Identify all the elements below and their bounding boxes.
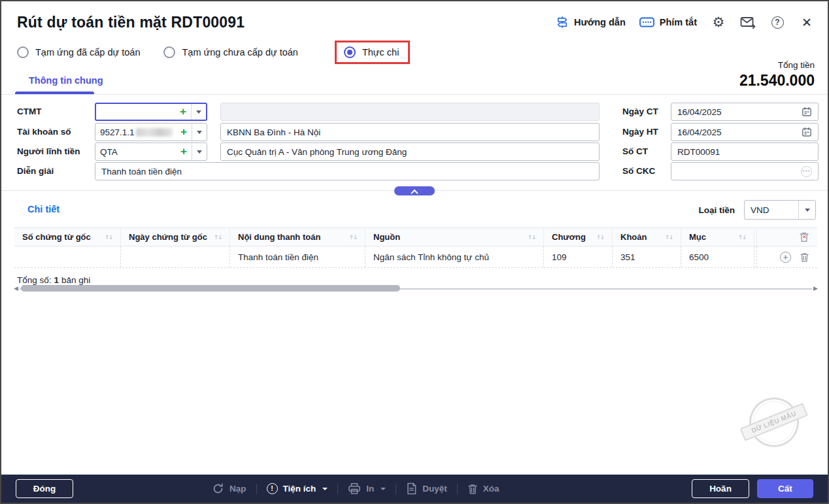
cell-khoan[interactable]: 351	[613, 246, 681, 267]
radio-thuc-chi[interactable]: Thực chi	[344, 46, 399, 58]
cell-noi-dung[interactable]: Thanh toán tiền điện	[230, 246, 365, 267]
radio-icon	[17, 46, 29, 58]
approve-button[interactable]: Duyệt	[406, 482, 447, 495]
ctmt-combo[interactable]: +	[95, 103, 207, 121]
footer-toolbar: Đóng Nạp ! Tiện ích	[1, 475, 828, 503]
sort-icon[interactable]: ↑↓	[528, 234, 535, 241]
calendar-icon[interactable]	[802, 107, 812, 117]
close-form-button[interactable]: Đóng	[16, 479, 73, 498]
shortcut-button[interactable]: Phím tắt	[639, 17, 697, 27]
cell-ngay-chung-tu-goc[interactable]	[121, 246, 230, 267]
chevron-down-icon	[322, 488, 328, 490]
footer-toolbar-center: Nạp ! Tiện ích In	[212, 475, 499, 503]
radio-label: Tạm ứng chưa cấp dự toán	[182, 47, 297, 58]
account-value[interactable]: 9527.1.1	[95, 124, 180, 141]
chevron-up-icon	[411, 189, 418, 196]
save-button[interactable]: Cất	[757, 479, 813, 498]
guide-button[interactable]: Hướng dẫn	[556, 16, 626, 29]
sort-icon[interactable]: ↑↓	[596, 234, 604, 241]
payee-label: Người lĩnh tiền	[17, 143, 90, 161]
tab-thong-tin-chung[interactable]: Thông tin chung	[29, 75, 103, 86]
col-khoan[interactable]: Khoản↑↓	[613, 228, 681, 246]
account-label: Tài khoản số	[17, 123, 90, 141]
collapse-section-button[interactable]	[394, 186, 435, 195]
cell-so-chung-tu-goc[interactable]	[14, 246, 121, 267]
col-so-chung-tu-goc[interactable]: Số chứng từ gốc↑↓	[14, 228, 121, 246]
memo-field[interactable]: Thanh toán tiền điện	[95, 162, 600, 180]
add-icon[interactable]: +	[180, 143, 192, 160]
shortcut-label: Phím tắt	[660, 17, 697, 27]
printer-icon	[348, 482, 361, 495]
cell-nguon[interactable]: Ngân sách Tỉnh không tự chủ	[365, 246, 544, 267]
titlebar: Rút dự toán tiền mặt RDT00091 Hướng dẫn	[17, 10, 815, 34]
utilities-button[interactable]: ! Tiện ích	[267, 483, 328, 494]
radio-tam-ung-chua-cap[interactable]: Tạm ứng chưa cấp dự toán	[163, 46, 297, 58]
radio-tam-ung-da-cap[interactable]: Tạm ứng đã cấp dự toán	[17, 46, 140, 58]
settings-button[interactable]: ⚙	[711, 14, 726, 30]
sort-icon[interactable]: ↑↓	[738, 234, 746, 241]
payee-value[interactable]: QTA	[95, 143, 180, 160]
add-icon[interactable]: +	[180, 104, 191, 120]
trash-icon	[467, 483, 478, 495]
toolbar-separator	[256, 484, 257, 494]
sort-icon[interactable]: ↑↓	[214, 234, 222, 241]
tab-bar: Thông tin chung	[1, 69, 828, 95]
add-row-icon[interactable]: +	[780, 252, 791, 263]
sort-icon[interactable]: ↑↓	[105, 234, 112, 241]
help-button[interactable]: ?	[770, 14, 785, 30]
col-muc[interactable]: Mục↑↓	[681, 228, 754, 246]
payee-name-field[interactable]: Cục Quản trị A - Văn phòng Trung ương Đả…	[220, 143, 600, 161]
currency-dropdown-button[interactable]	[798, 201, 815, 219]
col-noi-dung-thanh-toan[interactable]: Nội dung thanh toán↑↓	[230, 228, 365, 246]
scroll-right-icon[interactable]: ▶	[813, 284, 818, 293]
doc-date-value: 16/04/2025	[677, 107, 722, 117]
sort-icon[interactable]: ↑↓	[665, 234, 673, 241]
scrollbar-thumb[interactable]	[21, 285, 400, 292]
payee-dropdown-button[interactable]	[192, 143, 207, 160]
ckc-field[interactable]: •••	[671, 162, 819, 180]
ctmt-dropdown-button[interactable]	[191, 104, 206, 120]
refresh-button[interactable]: Nạp	[212, 482, 246, 495]
calendar-icon[interactable]	[802, 127, 812, 137]
utilities-icon: !	[267, 483, 278, 494]
voucher-window: Rút dự toán tiền mặt RDT00091 Hướng dẫn	[0, 0, 829, 504]
ctmt-value[interactable]	[96, 104, 180, 120]
chevron-down-icon	[197, 150, 202, 154]
guide-signpost-icon	[556, 16, 569, 29]
account-combo[interactable]: 9527.1.1 +	[95, 123, 207, 141]
close-button[interactable]: ✕	[799, 14, 815, 30]
add-icon[interactable]: +	[180, 124, 192, 141]
currency-value: VND	[745, 201, 798, 219]
account-name-field[interactable]: KBNN Ba Đình - Hà Nội	[220, 123, 600, 141]
stamp-outer-ring	[742, 390, 807, 455]
cell-chuong[interactable]: 109	[544, 246, 613, 267]
mail-send-icon	[740, 16, 756, 29]
account-dropdown-button[interactable]	[192, 124, 207, 141]
doc-date-field[interactable]: 16/04/2025	[671, 103, 819, 121]
table-row[interactable]: Thanh toán tiền điện Ngân sách Tỉnh khôn…	[14, 246, 817, 268]
account-name-value: KBNN Ba Đình - Hà Nội	[227, 127, 320, 137]
send-mail-button[interactable]	[740, 14, 756, 30]
currency-select[interactable]: VND	[744, 200, 816, 220]
delete-all-rows-icon[interactable]: ✕	[799, 231, 809, 243]
ellipsis-picker-icon[interactable]: •••	[801, 166, 812, 177]
delete-row-icon[interactable]	[800, 252, 809, 263]
close-icon: ✕	[802, 16, 812, 29]
scroll-left-icon[interactable]: ◀	[14, 284, 18, 293]
horizontal-scrollbar[interactable]: ◀ ▶	[16, 284, 816, 293]
chevron-down-icon	[805, 209, 810, 212]
radio-label: Tạm ứng đã cấp dự toán	[35, 47, 140, 58]
sort-icon[interactable]: ↑↓	[349, 234, 357, 241]
delete-button[interactable]: Xóa	[467, 483, 499, 495]
cell-muc[interactable]: 6500	[681, 246, 754, 267]
document-icon	[406, 482, 417, 495]
doc-no-field[interactable]: RDT00091	[671, 143, 819, 161]
col-chuong[interactable]: Chương↑↓	[544, 228, 613, 246]
post-date-field[interactable]: 16/04/2025	[671, 123, 819, 141]
page-title: Rút dự toán tiền mặt RDT00091	[17, 14, 245, 31]
postpone-button[interactable]: Hoãn	[692, 479, 749, 498]
print-button[interactable]: In	[348, 482, 386, 495]
col-ngay-chung-tu-goc[interactable]: Ngày chứng từ gốc↑↓	[121, 228, 230, 246]
payee-combo[interactable]: QTA +	[95, 143, 207, 161]
col-nguon[interactable]: Nguồn↑↓	[365, 228, 544, 246]
